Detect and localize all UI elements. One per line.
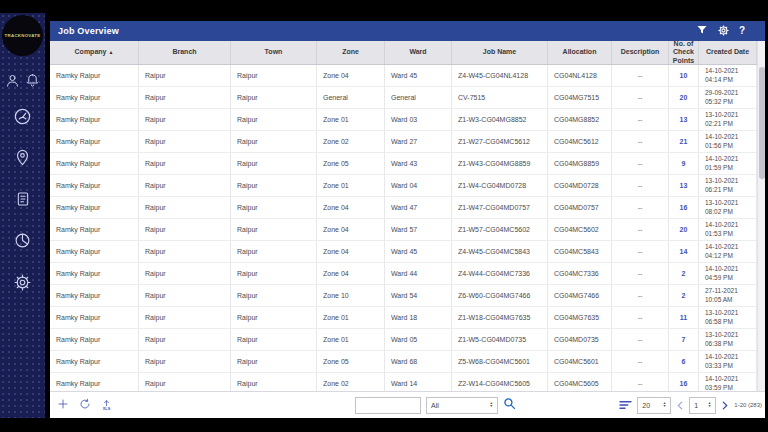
cell-check-points[interactable]: 21 [669, 131, 699, 152]
table-row[interactable]: Ramky RaipurRaipurRaipurGeneralGeneralCV… [50, 87, 757, 109]
cell-job-name: Z1-W4-CG04MD0728 [452, 175, 548, 196]
cell-town: Raipur [231, 131, 317, 152]
cell-description: -- [612, 153, 669, 174]
column-header-check-points[interactable]: No. of Check Points [669, 41, 699, 64]
table-row[interactable]: Ramky RaipurRaipurRaipurZone 04Ward 44Z4… [50, 263, 757, 285]
cell-job-name: Z6-W60-CG04MG7466 [452, 285, 548, 306]
table-row[interactable]: Ramky RaipurRaipurRaipurZone 01Ward 05Z1… [50, 329, 757, 351]
column-header-description[interactable]: Description [612, 41, 669, 64]
settings-gear-icon[interactable] [0, 274, 45, 291]
cell-job-name: Z4-W45-CG04NL4128 [452, 65, 548, 86]
table-row[interactable]: Ramky RaipurRaipurRaipurZone 02Ward 14Z2… [50, 373, 757, 391]
column-header-created-date[interactable]: Created Date [699, 41, 757, 64]
cell-town: Raipur [231, 241, 317, 262]
sort-asc-icon: ▲ [108, 50, 113, 56]
cell-branch: Raipur [139, 131, 231, 152]
table-row[interactable]: Ramky RaipurRaipurRaipurZone 01Ward 18Z1… [50, 307, 757, 329]
search-column-select[interactable]: All ▲▼ [426, 397, 498, 414]
export-xls-label: XLS [103, 407, 110, 411]
cell-check-points[interactable]: 7 [669, 329, 699, 350]
page-size-value: 20 [642, 402, 650, 409]
cell-allocation: CG04MC7336 [548, 263, 612, 284]
cell-job-name: Z1-W57-CG04MC5602 [452, 219, 548, 240]
user-icon[interactable] [5, 73, 20, 92]
cell-company: Ramky Raipur [50, 87, 139, 108]
cell-ward: Ward 45 [385, 241, 452, 262]
column-header-ward[interactable]: Ward [385, 41, 452, 64]
column-header-allocation[interactable]: Allocation [548, 41, 612, 64]
cell-town: Raipur [231, 153, 317, 174]
cell-allocation: CG04MD0757 [548, 197, 612, 218]
sidebar-top-icons [0, 73, 45, 92]
prev-page-button[interactable] [676, 396, 684, 414]
table-row[interactable]: Ramky RaipurRaipurRaipurZone 05Ward 68Z5… [50, 351, 757, 373]
table-row[interactable]: Ramky RaipurRaipurRaipurZone 10Ward 54Z6… [50, 285, 757, 307]
refresh-button[interactable] [79, 396, 91, 414]
cell-check-points[interactable]: 9 [669, 153, 699, 174]
search-input[interactable] [355, 397, 421, 414]
page-number-select[interactable]: 1 ▲▼ [689, 397, 716, 414]
cell-branch: Raipur [139, 285, 231, 306]
titlebar: Job Overview ? [50, 21, 765, 41]
table-row[interactable]: Ramky RaipurRaipurRaipurZone 02Ward 27Z1… [50, 131, 757, 153]
column-header-zone[interactable]: Zone [317, 41, 385, 64]
settings-gear-icon[interactable] [718, 22, 729, 40]
cell-check-points[interactable]: 14 [669, 241, 699, 262]
cell-town: Raipur [231, 65, 317, 86]
cell-check-points[interactable]: 2 [669, 263, 699, 284]
search-button[interactable] [503, 396, 516, 414]
export-xls-button[interactable]: XLS [101, 399, 112, 411]
dashboard-gauge-icon[interactable] [0, 107, 45, 126]
cell-zone: Zone 04 [317, 197, 385, 218]
cell-check-points[interactable]: 20 [669, 219, 699, 240]
column-header-branch[interactable]: Branch [139, 41, 231, 64]
column-header-town[interactable]: Town [231, 41, 317, 64]
reports-document-icon[interactable] [0, 191, 45, 207]
cell-check-points[interactable]: 2 [669, 285, 699, 306]
next-page-button[interactable] [721, 396, 729, 414]
cell-check-points[interactable]: 13 [669, 109, 699, 130]
cell-created-date: 29-09-2021 05:32 PM [699, 87, 757, 108]
cell-check-points[interactable]: 20 [669, 87, 699, 108]
cell-created-date: 13-10-2021 06:21 PM [699, 175, 757, 196]
cell-ward: Ward 54 [385, 285, 452, 306]
cell-created-date: 14-10-2021 01:53 PM [699, 219, 757, 240]
cell-check-points[interactable]: 6 [669, 351, 699, 372]
cell-check-points[interactable]: 10 [669, 65, 699, 86]
vertical-scrollbar[interactable] [757, 41, 765, 391]
cell-job-name: Z4-W45-CG04MC5843 [452, 241, 548, 262]
column-header-job-name[interactable]: Job Name [452, 41, 548, 64]
tracking-pin-icon[interactable] [0, 149, 45, 166]
cell-created-date: 13-10-2021 06:58 PM [699, 307, 757, 328]
table-row[interactable]: Ramky RaipurRaipurRaipurZone 04Ward 45Z4… [50, 65, 757, 87]
cell-created-date: 27-11-2021 10:05 AM [699, 285, 757, 306]
cell-company: Ramky Raipur [50, 131, 139, 152]
cell-branch: Raipur [139, 307, 231, 328]
cell-town: Raipur [231, 351, 317, 372]
column-header-company[interactable]: Company▲ [50, 41, 139, 64]
scrollbar-thumb[interactable] [759, 67, 765, 179]
help-icon[interactable]: ? [739, 26, 745, 36]
cell-allocation: CG04MG7635 [548, 307, 612, 328]
cell-branch: Raipur [139, 87, 231, 108]
cell-ward: Ward 03 [385, 109, 452, 130]
filter-icon[interactable] [696, 22, 708, 40]
page-size-select[interactable]: 20 ▲▼ [637, 397, 671, 414]
table-row[interactable]: Ramky RaipurRaipurRaipurZone 01Ward 04Z1… [50, 175, 757, 197]
cell-check-points[interactable]: 13 [669, 175, 699, 196]
notifications-bell-icon[interactable] [25, 73, 40, 92]
table-row[interactable]: Ramky RaipurRaipurRaipurZone 04Ward 45Z4… [50, 241, 757, 263]
cell-check-points[interactable]: 16 [669, 373, 699, 391]
table-row[interactable]: Ramky RaipurRaipurRaipurZone 04Ward 47Z1… [50, 197, 757, 219]
table-row[interactable]: Ramky RaipurRaipurRaipurZone 04Ward 57Z1… [50, 219, 757, 241]
cell-town: Raipur [231, 109, 317, 130]
cell-ward: Ward 57 [385, 219, 452, 240]
cell-check-points[interactable]: 16 [669, 197, 699, 218]
analytics-pie-icon[interactable] [0, 232, 45, 249]
cell-town: Raipur [231, 307, 317, 328]
table-row[interactable]: Ramky RaipurRaipurRaipurZone 05Ward 43Z1… [50, 153, 757, 175]
table-row[interactable]: Ramky RaipurRaipurRaipurZone 01Ward 03Z1… [50, 109, 757, 131]
add-job-button[interactable] [57, 396, 69, 414]
cell-allocation: CG04MG7466 [548, 285, 612, 306]
cell-check-points[interactable]: 11 [669, 307, 699, 328]
